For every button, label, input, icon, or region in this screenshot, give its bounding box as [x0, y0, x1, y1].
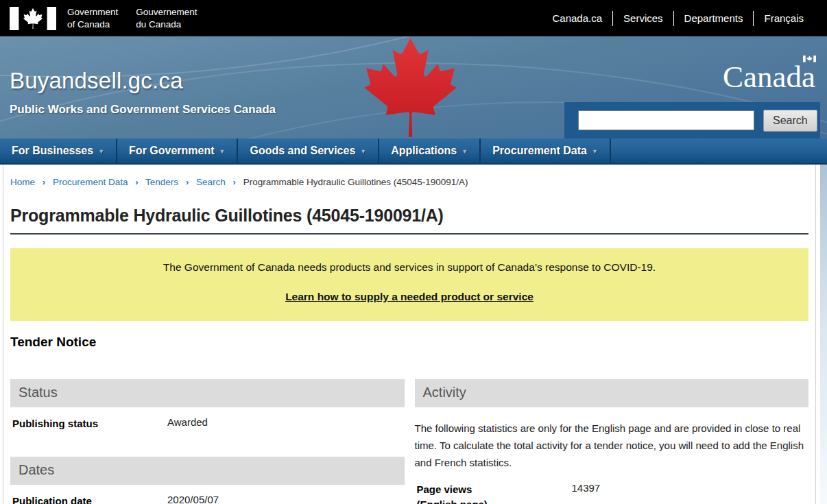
publishing-status-label: Publishing status	[12, 416, 167, 431]
page-views-label-line2: (English page)	[417, 497, 572, 504]
activity-description: The following statistics are only for th…	[415, 420, 809, 471]
nav-for-businesses[interactable]: For Businesses ▼	[0, 139, 117, 163]
dates-section: Dates Publication date 2020/05/07	[10, 457, 405, 504]
search-input[interactable]	[578, 110, 754, 130]
maple-leaf-icon	[354, 37, 467, 139]
covid-notice-banner: The Government of Canada needs products …	[10, 248, 808, 321]
government-top-bar: Government of Canada Gouvernement du Can…	[0, 0, 827, 36]
activity-section-heading: Activity	[415, 379, 809, 407]
table-row: Page views (English page) 14397	[415, 482, 809, 504]
nav-label: Procurement Data	[492, 145, 587, 157]
site-title[interactable]: Buyandsell.gc.ca	[10, 68, 276, 94]
breadcrumb-current: Programmable Hydraulic Guillotines (4504…	[243, 177, 468, 187]
page-views-label-line1: Page views	[417, 482, 572, 497]
table-row: Publishing status Awarded	[10, 416, 405, 431]
covid-banner-link[interactable]: Learn how to supply a needed product or …	[285, 291, 534, 303]
breadcrumb-separator-icon: ›	[135, 177, 138, 187]
divider	[673, 11, 674, 26]
covid-banner-message: The Government of Canada needs products …	[17, 261, 802, 274]
chevron-down-icon: ▼	[462, 148, 468, 155]
nav-applications[interactable]: Applications ▼	[379, 139, 481, 163]
search-button[interactable]: Search	[763, 110, 817, 132]
chevron-down-icon: ▼	[219, 148, 226, 155]
divider	[753, 11, 754, 26]
nav-label: For Businesses	[12, 145, 93, 157]
government-of-canada-text-en: Government of Canada	[67, 6, 118, 30]
left-column: Status Publishing status Awarded Dates P…	[10, 379, 405, 504]
divider	[612, 11, 613, 26]
activity-section: Activity The following statistics are on…	[415, 379, 809, 504]
breadcrumb-separator-icon: ›	[233, 177, 236, 187]
nav-for-government[interactable]: For Government ▼	[117, 139, 238, 163]
content-container: Home › Procurement Data › Tenders › Sear…	[3, 165, 816, 504]
breadcrumb-tenders[interactable]: Tenders	[145, 177, 178, 187]
right-column: Activity The following statistics are on…	[415, 379, 809, 504]
site-subtitle: Public Works and Government Services Can…	[10, 103, 276, 117]
link-services[interactable]: Services	[623, 12, 663, 24]
status-section-heading: Status	[10, 379, 405, 407]
top-utility-links: Canada.ca Services Departments Français	[553, 11, 804, 26]
breadcrumb-separator-icon: ›	[43, 177, 45, 187]
breadcrumb-procurement-data[interactable]: Procurement Data	[53, 177, 128, 187]
chevron-down-icon: ▼	[592, 148, 598, 155]
page-title: Programmable Hydraulic Guillotines (4504…	[10, 206, 808, 235]
site-header: Buyandsell.gc.ca Public Works and Govern…	[0, 36, 827, 139]
main-navigation: For Businesses ▼ For Government ▼ Goods …	[0, 139, 827, 165]
link-canada-ca[interactable]: Canada.ca	[553, 12, 603, 24]
government-of-canada-text-fr: Gouvernement du Canada	[136, 6, 197, 30]
chevron-down-icon: ▼	[98, 148, 104, 155]
breadcrumb: Home › Procurement Data › Tenders › Sear…	[10, 165, 808, 187]
dates-section-heading: Dates	[10, 457, 405, 485]
canada-flag-logo	[10, 7, 56, 30]
link-francais[interactable]: Français	[764, 12, 804, 24]
page-views-value: 14397	[572, 482, 601, 504]
table-row: Publication date 2020/05/07	[10, 494, 405, 504]
publishing-status-value: Awarded	[167, 416, 208, 431]
nav-procurement-data[interactable]: Procurement Data ▼	[481, 139, 611, 163]
canada-wordmark-text: Canada	[723, 60, 815, 94]
publication-date-value: 2020/05/07	[167, 494, 219, 504]
status-section: Status Publishing status Awarded	[10, 379, 405, 431]
nav-goods-and-services[interactable]: Goods and Services ▼	[238, 139, 379, 163]
breadcrumb-home[interactable]: Home	[10, 177, 35, 187]
publication-date-label: Publication date	[12, 494, 167, 504]
breadcrumb-search[interactable]: Search	[196, 177, 226, 187]
search-panel: Search	[564, 102, 820, 139]
breadcrumb-separator-icon: ›	[186, 177, 189, 187]
canada-wordmark: Canada	[723, 59, 815, 95]
wordmark-flag-icon	[803, 56, 816, 62]
nav-label: For Government	[129, 145, 214, 157]
chevron-down-icon: ▼	[360, 148, 366, 155]
nav-label: Applications	[391, 145, 457, 157]
page-background-strip	[820, 165, 827, 504]
page-views-label: Page views (English page)	[417, 482, 572, 504]
link-departments[interactable]: Departments	[684, 12, 743, 24]
tender-notice-heading: Tender Notice	[10, 335, 808, 350]
nav-label: Goods and Services	[250, 145, 355, 157]
